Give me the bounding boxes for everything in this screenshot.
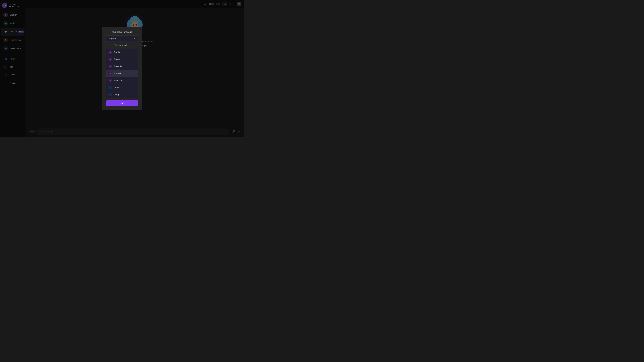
lang-item-slovak[interactable]: S Slovak (106, 56, 138, 63)
lang-name: Slovenian (114, 65, 123, 67)
lang-badge: T (108, 93, 112, 96)
language-modal: Your native language: English ▼ You are … (102, 27, 142, 110)
lang-item-telugu[interactable]: T Telugu (106, 91, 138, 98)
ok-button[interactable]: OK (106, 100, 138, 106)
lang-name: Serbian (114, 51, 121, 53)
native-language-title: Your native language: (106, 31, 138, 33)
lang-name: Slovak (114, 58, 120, 60)
lang-item-slovenian[interactable]: S Slovenian (106, 63, 138, 70)
lang-badge: S (108, 50, 112, 54)
lang-badge: S (108, 71, 112, 75)
lang-badge: S (108, 57, 112, 61)
lang-badge: S (108, 64, 112, 68)
lang-item-tamil[interactable]: T Tamil (106, 84, 138, 91)
lang-name: Telugu (114, 93, 120, 96)
lang-badge: S (108, 79, 112, 82)
lang-item-serbian[interactable]: S Serbian (106, 49, 138, 56)
native-language-dropdown[interactable]: English ▼ (106, 35, 138, 42)
native-language-value: English (108, 37, 116, 40)
lang-name: Tamil (114, 86, 118, 89)
lang-item-spanish[interactable]: S Spanish (106, 70, 138, 77)
modal-overlay: Your native language: English ▼ You are … (0, 0, 244, 137)
learning-title: You are learning: (106, 44, 138, 46)
lang-badge: T (108, 86, 112, 89)
language-list: S Serbian S Slovak S Slovenian S Spanish… (106, 49, 138, 98)
lang-item-swedish[interactable]: S Swedish (106, 77, 138, 84)
lang-name: Swedish (114, 79, 122, 82)
dropdown-arrow-icon: ▼ (134, 37, 136, 40)
lang-name: Spanish (114, 72, 122, 75)
